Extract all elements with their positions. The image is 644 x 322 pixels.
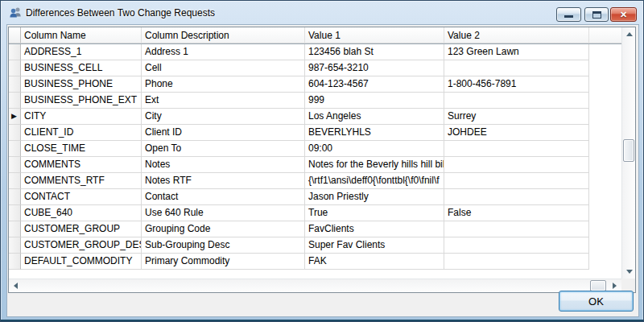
grid-cell[interactable]: 987-654-3210: [305, 60, 444, 76]
row-header[interactable]: [9, 254, 21, 270]
grid-cell[interactable]: Notes for the Beverly hills hill bill: [305, 157, 444, 173]
grid-cell[interactable]: BEVERLYHLS: [305, 125, 444, 141]
grid-cell[interactable]: [444, 157, 589, 173]
grid-cell[interactable]: 09:00: [305, 141, 444, 157]
grid-cell[interactable]: Phone: [142, 76, 305, 93]
scroll-left-icon[interactable]: [14, 283, 18, 289]
horizontal-scrollbar[interactable]: [9, 279, 621, 292]
grid-cell[interactable]: [444, 237, 589, 254]
row-header[interactable]: [9, 60, 21, 76]
grid-cell[interactable]: Grouping Code: [142, 221, 305, 237]
grid-cell[interactable]: [444, 93, 589, 109]
grid-cell[interactable]: JOHDEE: [444, 125, 589, 141]
row-header[interactable]: [9, 189, 21, 205]
grid-cell[interactable]: [444, 189, 589, 205]
grid-cell[interactable]: Contact: [142, 189, 305, 205]
grid-cell[interactable]: Surrey: [444, 109, 589, 125]
grid-cell[interactable]: 999: [305, 93, 444, 109]
grid-cell[interactable]: Address 1: [142, 44, 305, 60]
grid-cell[interactable]: Notes: [142, 157, 305, 173]
column-header-name[interactable]: Column Name: [21, 27, 142, 43]
table-row: CUSTOMER_GROUPGrouping CodeFavClients: [9, 221, 621, 237]
titlebar[interactable]: Differences Between Two Change Requests …: [1, 1, 643, 24]
vertical-scrollbar-thumb[interactable]: [623, 139, 634, 162]
grid-cell[interactable]: CUSTOMER_GROUP: [21, 221, 142, 237]
row-header[interactable]: ▶: [9, 109, 21, 125]
grid-cell[interactable]: 1-800-456-7891: [444, 76, 589, 93]
row-header[interactable]: [9, 125, 21, 141]
row-header[interactable]: [9, 205, 21, 221]
grid-cell[interactable]: DEFAULT_COMMODITY: [21, 254, 142, 270]
column-header-value1[interactable]: Value 1: [305, 27, 444, 43]
grid-cell[interactable]: {\rtf1\ansi\deff0{\fonttbl{\f0\fnil\f: [305, 173, 444, 189]
grid-cell[interactable]: BUSINESS_CELL: [21, 60, 142, 76]
grid-cell[interactable]: BUSINESS_PHONE: [21, 76, 142, 93]
grid-cell[interactable]: COMMENTS_RTF: [21, 173, 142, 189]
grid-cell[interactable]: [444, 60, 589, 76]
table-row: CUBE_640Use 640 RuleTrueFalse: [9, 205, 621, 221]
grid-cell[interactable]: CLOSE_TIME: [21, 141, 142, 157]
grid-cell[interactable]: CONTACT: [21, 189, 142, 205]
grid-cell[interactable]: True: [305, 205, 444, 221]
table-row: COMMENTSNotesNotes for the Beverly hills…: [9, 157, 621, 173]
row-header[interactable]: [9, 76, 21, 93]
grid-cell[interactable]: CLIENT_ID: [21, 125, 142, 141]
differences-grid: Column Name Column Description Value 1 V…: [8, 27, 636, 293]
scroll-right-icon[interactable]: [613, 283, 617, 289]
grid-cell[interactable]: FAK: [305, 254, 444, 270]
grid-cell[interactable]: 123456 blah St: [305, 44, 444, 60]
row-header[interactable]: [9, 93, 21, 109]
column-header-filler: [589, 27, 621, 43]
grid-cell[interactable]: [444, 254, 589, 270]
maximize-button[interactable]: [584, 7, 609, 22]
grid-cell[interactable]: Super Fav Clients: [305, 237, 444, 254]
grid-cell[interactable]: FavClients: [305, 221, 444, 237]
two-users-icon[interactable]: [9, 6, 23, 19]
grid-cell[interactable]: Open To: [142, 141, 305, 157]
grid-cell[interactable]: CITY: [21, 109, 142, 125]
row-header[interactable]: [9, 157, 21, 173]
grid-cell[interactable]: City: [142, 109, 305, 125]
row-header[interactable]: [9, 173, 21, 189]
row-header[interactable]: [9, 221, 21, 237]
grid-cell[interactable]: False: [444, 205, 589, 221]
grid-cell[interactable]: Los Angeles: [305, 109, 444, 125]
grid-cell[interactable]: Client ID: [142, 125, 305, 141]
close-button[interactable]: ✕: [610, 7, 637, 22]
grid-corner-header[interactable]: [9, 27, 21, 43]
grid-cell[interactable]: Ext: [142, 93, 305, 109]
grid-cell[interactable]: 123 Green Lawn: [444, 44, 589, 60]
window-title: Differences Between Two Change Requests: [26, 7, 215, 19]
vertical-scrollbar[interactable]: [621, 27, 635, 279]
grid-cell[interactable]: Cell: [142, 60, 305, 76]
grid-cell[interactable]: Use 640 Rule: [142, 205, 305, 221]
grid-cell[interactable]: CUSTOMER_GROUP_DESC: [21, 237, 142, 254]
grid-cell[interactable]: Notes RTF: [142, 173, 305, 189]
column-header-value2[interactable]: Value 2: [444, 27, 589, 43]
grid-cell[interactable]: 604-123-4567: [305, 76, 444, 93]
grid-cell[interactable]: Sub-Grouping Desc: [142, 237, 305, 254]
scroll-down-icon[interactable]: [626, 270, 633, 274]
dialog-client-area: Column Name Column Description Value 1 V…: [6, 24, 639, 317]
grid-cell[interactable]: COMMENTS: [21, 157, 142, 173]
row-header[interactable]: [9, 44, 21, 60]
grid-cell[interactable]: Jason Priestly: [305, 189, 444, 205]
table-row: BUSINESS_CELLCell987-654-3210: [9, 60, 621, 76]
grid-cell[interactable]: ADDRESS_1: [21, 44, 142, 60]
grid-cell[interactable]: [444, 141, 589, 157]
dialog-window: Differences Between Two Change Requests …: [0, 0, 644, 322]
ok-button[interactable]: OK: [559, 291, 634, 312]
grid-cell[interactable]: [444, 173, 589, 189]
grid-cell[interactable]: Primary Commodity: [142, 254, 305, 270]
grid-cell[interactable]: BUSINESS_PHONE_EXT: [21, 93, 142, 109]
row-header[interactable]: [9, 141, 21, 157]
grid-cell[interactable]: CUBE_640: [21, 205, 142, 221]
scroll-up-icon[interactable]: [626, 32, 633, 36]
row-header[interactable]: [9, 237, 21, 254]
table-row: ▶CITYCityLos AngelesSurrey: [9, 109, 621, 125]
grid-cell[interactable]: [444, 221, 589, 237]
minimize-button[interactable]: [556, 7, 581, 22]
close-icon: ✕: [620, 10, 627, 19]
horizontal-scrollbar-thumb[interactable]: [590, 280, 606, 291]
column-header-description[interactable]: Column Description: [142, 27, 305, 43]
